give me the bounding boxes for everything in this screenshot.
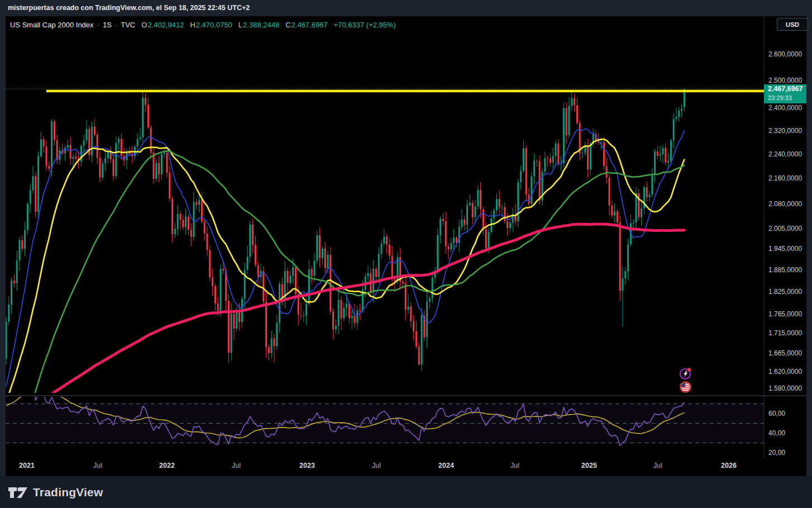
price-tick-label: 1.665,0000 xyxy=(768,349,802,357)
price-tick-label: 2.160,0000 xyxy=(768,174,802,182)
current-price-badge: 2.467,6967 23:29:33 xyxy=(764,84,806,103)
attribution-bar: misterpuertas creado con TradingView.com… xyxy=(0,0,812,16)
rsi-tick-label: 20,00 xyxy=(768,449,785,457)
price-tick-label: 2.080,0000 xyxy=(768,200,802,208)
rsi-tick-label: 40,00 xyxy=(768,429,785,437)
us-flag-icon[interactable] xyxy=(679,381,692,393)
price-tick-label: 2.400,0000 xyxy=(768,104,802,112)
legend-separator: · xyxy=(97,21,99,29)
footer-bar: TradingView xyxy=(0,476,812,508)
tradingview-logo[interactable] xyxy=(8,485,28,500)
price-tick-label: 1.620,0000 xyxy=(768,368,802,376)
symbol-title[interactable]: US Small Cap 2000 Index xyxy=(10,21,94,29)
rsi-tick-label: 60,00 xyxy=(768,410,785,417)
candles-series xyxy=(6,89,685,371)
sma-200-line xyxy=(6,224,684,420)
time-tick-label: Jul xyxy=(93,462,102,469)
price-tick-label: 1.715,0000 xyxy=(768,329,802,337)
price-tick-label: 2.005,0000 xyxy=(768,225,802,232)
open-label: O xyxy=(141,21,147,29)
close-label: C xyxy=(285,21,290,29)
time-tick-label: 2022 xyxy=(159,462,175,469)
low-value: 2.388,2448 xyxy=(243,21,279,29)
price-tick-label: 1.580,0000 xyxy=(768,384,802,392)
price-tick-label: 2.320,0000 xyxy=(768,127,802,135)
brand-name[interactable]: TradingView xyxy=(33,486,103,499)
horizontal-ray xyxy=(46,90,764,93)
legend-separator: · xyxy=(115,21,117,29)
sma-20-line xyxy=(6,139,684,401)
bar-countdown: 23:29:33 xyxy=(768,94,806,102)
current-price-value: 2.467,6967 xyxy=(768,84,806,94)
high-label: H xyxy=(190,21,195,29)
open-value: 2.402,9412 xyxy=(147,21,184,29)
time-tick-label: 2023 xyxy=(299,462,315,469)
price-tick-label: 1.825,0000 xyxy=(768,288,802,296)
time-tick-label: 2021 xyxy=(19,462,35,469)
moving-averages xyxy=(6,129,684,433)
time-tick-label: Jul xyxy=(510,462,519,469)
currency-button[interactable]: USD xyxy=(777,18,808,31)
price-tick-label: 2.240,0000 xyxy=(768,150,802,158)
exchange-label[interactable]: TVC xyxy=(121,21,135,29)
tradingview-screenshot: misterpuertas creado con TradingView.com… xyxy=(0,0,812,508)
time-tick-label: 2025 xyxy=(581,462,597,469)
price-tick-label: 1.765,0000 xyxy=(768,310,802,318)
price-tick-label: 1.885,0000 xyxy=(768,266,802,274)
time-tick-label: 2026 xyxy=(721,462,737,469)
price-tick-label: 1.945,0000 xyxy=(768,245,802,253)
high-value: 2.470,0750 xyxy=(196,21,232,29)
close-value: 2.467,6967 xyxy=(292,21,328,29)
price-tick-label: 2.600,0000 xyxy=(768,50,802,58)
price-tick-label: 2.500,0000 xyxy=(768,77,802,84)
time-tick-label: Jul xyxy=(372,462,381,469)
sma-50-line xyxy=(6,151,684,433)
chart-panel: US Small Cap 2000 Index · 1S · TVC O 2.4… xyxy=(6,16,806,477)
lightning-icon[interactable] xyxy=(679,367,692,380)
interval-label[interactable]: 1S xyxy=(103,21,112,29)
time-tick-label: 2024 xyxy=(438,462,454,469)
sma-10-line xyxy=(6,129,684,386)
symbol-legend: US Small Cap 2000 Index · 1S · TVC O 2.4… xyxy=(10,19,396,30)
time-tick-label: Jul xyxy=(232,462,241,469)
change-value: +70,6337 (+2,95%) xyxy=(334,21,396,29)
time-tick-label: Jul xyxy=(653,462,662,469)
low-label: L xyxy=(238,21,242,29)
chart-surface[interactable]: 2.600,00002.500,00002.400,00002.320,0000… xyxy=(6,16,806,476)
attribution-text: misterpuertas creado con TradingView.com… xyxy=(8,4,250,12)
